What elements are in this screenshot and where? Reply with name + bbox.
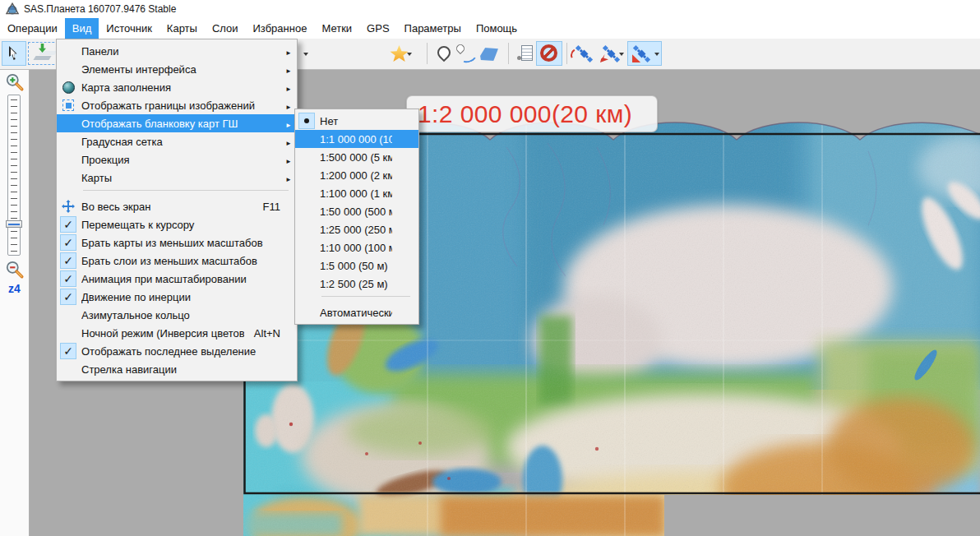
submenu-item-label: 1:2 500 (25 м) — [320, 278, 392, 290]
route-icon — [454, 42, 477, 65]
submenu-item-label: Автоматически — [320, 307, 392, 319]
menubar-item-label: Параметры — [404, 22, 461, 35]
submenu-item[interactable]: 1:1 000 000 (10 км) — [295, 130, 418, 148]
toolbar-button[interactable] — [453, 41, 478, 66]
submenu-item[interactable]: 1:500 000 (5 км) — [295, 148, 418, 166]
toolbar-button[interactable] — [508, 43, 509, 64]
submenu-item-gutter — [298, 203, 315, 219]
menu-item-shortcut: F11 — [263, 201, 285, 213]
submenu-arrow-icon — [285, 45, 295, 58]
menubar-item-label: GPS — [367, 22, 389, 35]
toolbar-button[interactable] — [536, 41, 562, 66]
toolbar-button[interactable] — [566, 43, 567, 64]
toolbar-button[interactable] — [430, 41, 455, 66]
submenu-item[interactable]: 1:2 500 (25 м) — [295, 275, 418, 293]
submenu-item-gutter — [298, 304, 315, 321]
no-sign-icon — [537, 42, 562, 65]
toolbar-button[interactable] — [597, 41, 626, 66]
menubar-item[interactable]: Вид — [65, 18, 99, 39]
menu-item-label: Брать слои из меньших масштабов — [81, 255, 270, 267]
menu-item-label: Карта заполнения — [81, 81, 270, 94]
menu-item[interactable]: Отображать границы изображений — [57, 96, 297, 114]
menubar-item[interactable]: GPS — [359, 18, 396, 39]
submenu-item-gutter — [298, 167, 315, 183]
menu-item[interactable]: Отображать последнее выделение — [57, 342, 297, 360]
menu-item[interactable]: Карты — [57, 169, 297, 187]
menubar-item[interactable]: Слои — [205, 18, 246, 39]
menu-item[interactable]: Градусная сетка — [57, 132, 297, 150]
submenu-arrow-icon — [285, 63, 295, 76]
menubar-item[interactable]: Операции — [0, 18, 65, 39]
submenu-item-gutter — [298, 221, 315, 238]
menu-item-gutter — [60, 151, 76, 168]
menubar-item[interactable]: Избранное — [246, 18, 315, 39]
dropdown-caret-icon[interactable] — [619, 53, 624, 58]
menu-item-gutter — [60, 289, 76, 305]
toolbar-button[interactable] — [570, 41, 596, 66]
menubar-item-label: Вид — [72, 22, 92, 35]
menu-item-gutter — [60, 169, 76, 186]
placemark-icon — [431, 42, 454, 65]
dropdown-caret-icon[interactable] — [303, 53, 308, 58]
dropdown-caret-icon[interactable] — [654, 53, 659, 58]
menu-item[interactable]: Брать слои из меньших масштабов — [57, 252, 297, 270]
menu-item-gutter — [60, 61, 76, 77]
submenu-item[interactable]: 1:25 000 (250 м) — [295, 220, 418, 238]
satellite-signal-icon — [571, 42, 595, 65]
view-menu: Панели Элементы интерфейса Карта заполне… — [56, 39, 298, 381]
submenu-item[interactable]: 1:5 000 (50 м) — [295, 256, 418, 275]
menu-item[interactable]: Брать карты из меньших масштабов — [57, 233, 297, 252]
submenu-item-label: 1:1 000 000 (10 км) — [320, 133, 392, 146]
submenu-item-label: 1:500 000 (5 км) — [320, 151, 392, 164]
menu-item[interactable]: Движение по инерции — [57, 288, 297, 306]
menu-item[interactable]: Во весь экран F11 — [57, 197, 297, 215]
submenu-item[interactable] — [295, 296, 418, 303]
menu-item[interactable]: Перемещать к курсору — [57, 215, 297, 233]
submenu-item-label: Нет — [320, 115, 392, 127]
submenu-item-gutter — [298, 185, 315, 201]
menubar-item[interactable]: Метки — [314, 18, 359, 39]
submenu-item-gutter — [298, 113, 315, 129]
scale-submenu: Нет 1:1 000 000 (10 км) 1:500 000 (5 км) — [294, 109, 419, 325]
zoom-slider-handle[interactable] — [6, 220, 22, 228]
menu-item[interactable]: Элементы интерфейса — [57, 60, 297, 78]
menubar-item[interactable]: Параметры — [397, 18, 469, 39]
toolbar-button[interactable] — [427, 43, 428, 64]
submenu-item[interactable]: Автоматически — [295, 303, 418, 321]
submenu-item-gutter — [298, 131, 315, 147]
menubar-item[interactable]: Карты — [159, 18, 205, 39]
menubar-item[interactable]: Помощь — [469, 18, 525, 39]
submenu-item[interactable]: Нет — [295, 112, 418, 130]
submenu-item-gutter — [298, 239, 315, 256]
submenu-item[interactable]: 1:50 000 (500 м) — [295, 202, 418, 220]
menu-item-gutter — [60, 270, 76, 287]
window-title: SAS.Планета 160707.9476 Stable — [24, 3, 176, 15]
title-bar: SAS.Планета 160707.9476 Stable — [0, 0, 980, 18]
zoom-slider[interactable] — [7, 95, 21, 256]
menu-item[interactable]: Панели — [57, 42, 297, 60]
menu-item[interactable]: Анимация при масштабировании — [57, 270, 297, 288]
menu-item[interactable]: Ночной режим (Инверсия цветов) Alt+N — [57, 324, 297, 342]
dropdown-caret-icon[interactable] — [407, 53, 412, 58]
menu-item[interactable]: Азимутальное кольцо — [57, 306, 297, 324]
menu-item[interactable]: Карта заполнения — [57, 78, 297, 96]
menubar-item[interactable]: Источник — [99, 18, 159, 39]
toolbar-button[interactable] — [627, 41, 662, 66]
menu-item-gutter — [60, 216, 76, 233]
submenu-item[interactable]: 1:10 000 (100 м) — [295, 238, 418, 256]
submenu-item[interactable]: 1:200 000 (2 км) — [295, 166, 418, 184]
toolbar-button[interactable] — [2, 41, 26, 66]
toolbar-button[interactable] — [476, 41, 501, 66]
menu-item[interactable]: Проекция — [57, 150, 297, 169]
submenu-item[interactable]: 1:100 000 (1 км) — [295, 184, 418, 202]
zoom-in-icon[interactable] — [4, 72, 25, 93]
zoom-out-icon[interactable] — [4, 259, 25, 280]
menu-item[interactable]: Отображать бланковку карт ГШ — [57, 114, 297, 132]
toolbar-button[interactable] — [386, 41, 414, 66]
toolbar-button[interactable] — [513, 41, 538, 66]
menu-item[interactable]: Стрелка навигации — [57, 360, 297, 378]
menu-item-label: Брать карты из меньших масштабов — [81, 237, 270, 249]
zoom-sidebar: z4 — [0, 70, 30, 536]
menu-item[interactable] — [57, 190, 297, 197]
menubar-item-label: Слои — [212, 22, 238, 35]
